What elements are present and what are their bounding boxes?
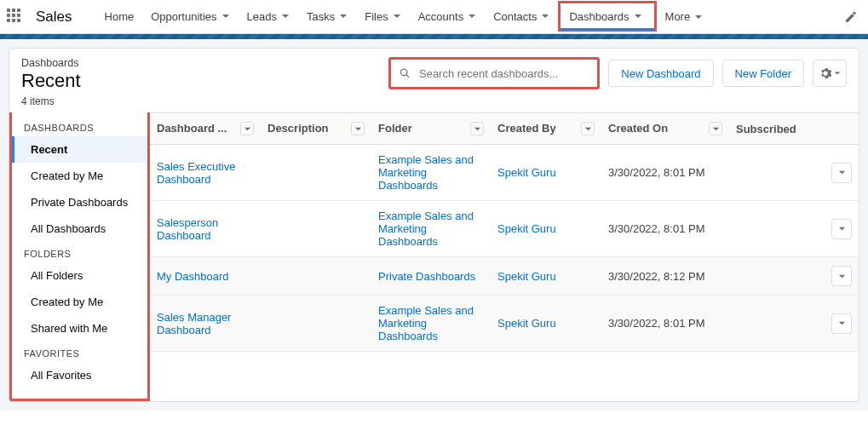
col-header-folder[interactable]: Folder — [371, 113, 491, 145]
record-count: 4 items — [21, 95, 81, 107]
sidebar-group-favorites: FAVORITES — [12, 342, 147, 362]
sidebar-item-all-folders[interactable]: All Folders — [12, 262, 147, 289]
row-actions-button[interactable] — [831, 219, 852, 239]
sidebar-group-folders: FOLDERS — [12, 242, 147, 262]
sidebar-item-private-dashboards[interactable]: Private Dashboards — [12, 189, 147, 215]
created-by-link[interactable]: Spekit Guru — [497, 222, 556, 235]
nav-label: Home — [105, 10, 135, 23]
nav-more[interactable]: More — [657, 0, 712, 34]
chevron-down-icon[interactable] — [339, 10, 348, 23]
caret-down-icon — [834, 70, 841, 77]
nav-accounts[interactable]: Accounts — [410, 0, 485, 34]
cell-description — [261, 257, 371, 296]
nav-label: Dashboards — [569, 10, 629, 23]
cell-description — [261, 201, 371, 257]
chevron-down-icon[interactable] — [281, 10, 290, 23]
dashboard-name-link[interactable]: Sales Manager Dashboard — [157, 311, 231, 336]
row-actions-button[interactable] — [831, 266, 852, 286]
created-by-link[interactable]: Spekit Guru — [497, 270, 556, 283]
app-name: Sales — [36, 9, 72, 26]
col-label: Subscribed — [736, 123, 796, 135]
col-label: Folder — [378, 122, 412, 135]
row-actions-button[interactable] — [831, 163, 852, 183]
caret-down-icon — [694, 13, 703, 21]
nav-opportunities[interactable]: Opportunities — [142, 0, 238, 34]
folder-link[interactable]: Example Sales and Marketing Dashboards — [378, 304, 474, 342]
col-header-name[interactable]: Dashboard ... — [150, 113, 261, 145]
sidebar-item-all-dashboards[interactable]: All Dashboards — [12, 215, 147, 242]
table-row: Sales Manager DashboardExample Sales and… — [150, 296, 859, 352]
cell-created-on: 3/30/2022, 8:01 PM — [601, 145, 729, 201]
sort-toggle[interactable] — [709, 122, 722, 135]
col-label: Created By — [497, 122, 556, 135]
nav-leads[interactable]: Leads — [239, 0, 298, 34]
sort-toggle[interactable] — [351, 122, 365, 135]
search-icon — [400, 67, 411, 79]
search-box[interactable] — [388, 57, 600, 89]
dashboard-name-link[interactable]: My Dashboard — [157, 270, 229, 283]
nav-files[interactable]: Files — [356, 0, 409, 34]
new-dashboard-button[interactable]: New Dashboard — [608, 60, 713, 87]
created-by-link[interactable]: Spekit Guru — [497, 166, 556, 179]
sidebar-item-all-favorites[interactable]: All Favorites — [12, 362, 147, 388]
sidebar-item-recent[interactable]: Recent — [12, 136, 147, 163]
card-header: Dashboards Recent 4 items New Dashboard … — [9, 49, 859, 112]
sidebar-item-shared-with-me[interactable]: Shared with Me — [12, 315, 147, 342]
chevron-down-icon[interactable] — [634, 10, 642, 23]
nav-label: Contacts — [493, 10, 537, 23]
chevron-down-icon[interactable] — [393, 10, 401, 23]
col-header-created-on[interactable]: Created On — [601, 113, 729, 145]
dashboards-table: Dashboard ... Description Folder — [150, 112, 859, 352]
nav-label: Leads — [247, 10, 277, 23]
cell-subscribed — [729, 145, 825, 201]
settings-button[interactable] — [813, 60, 847, 87]
row-actions-button[interactable] — [831, 313, 852, 334]
page-title: Recent — [21, 70, 81, 92]
nav-label: Opportunities — [151, 10, 216, 23]
edit-icon[interactable] — [844, 10, 858, 24]
dashboards-card: Dashboards Recent 4 items New Dashboard … — [9, 48, 859, 402]
nav-contacts[interactable]: Contacts — [485, 0, 558, 34]
dashboard-name-link[interactable]: Sales Executive Dashboard — [157, 160, 236, 186]
table-row: Sales Executive DashboardExample Sales a… — [150, 145, 859, 201]
sort-toggle[interactable] — [470, 122, 484, 135]
nav-dashboards[interactable]: Dashboards — [558, 1, 656, 32]
created-by-link[interactable]: Spekit Guru — [497, 317, 556, 330]
col-header-subscribed[interactable]: Subscribed — [729, 113, 825, 145]
new-folder-button[interactable]: New Folder — [722, 60, 804, 87]
chevron-down-icon[interactable] — [541, 10, 549, 23]
sort-toggle[interactable] — [581, 122, 595, 135]
cell-subscribed — [729, 257, 825, 296]
chevron-down-icon[interactable] — [468, 10, 476, 23]
sidebar-item-folders-created-by-me[interactable]: Created by Me — [12, 289, 147, 315]
cell-subscribed — [729, 201, 825, 257]
cell-created-on: 3/30/2022, 8:12 PM — [601, 257, 729, 296]
sort-toggle[interactable] — [240, 122, 254, 135]
breadcrumb: Dashboards — [21, 57, 81, 69]
folder-link[interactable]: Example Sales and Marketing Dashboards — [378, 153, 474, 192]
nav-label: Accounts — [418, 10, 463, 23]
dashboard-name-link[interactable]: Salesperson Dashboard — [157, 216, 218, 242]
sidebar-item-created-by-me[interactable]: Created by Me — [12, 163, 147, 189]
app-launcher-icon[interactable] — [7, 9, 24, 26]
col-header-actions — [825, 113, 859, 145]
chevron-down-icon[interactable] — [221, 10, 230, 23]
folder-link[interactable]: Private Dashboards — [378, 270, 475, 283]
cell-description — [261, 145, 371, 201]
col-label: Description — [267, 122, 329, 135]
cell-created-on: 3/30/2022, 8:01 PM — [601, 296, 729, 352]
table-row: Salesperson DashboardExample Sales and M… — [150, 201, 859, 257]
search-input[interactable] — [417, 66, 589, 81]
col-header-created-by[interactable]: Created By — [491, 113, 601, 145]
sidebar: DASHBOARDS Recent Created by Me Private … — [9, 112, 150, 401]
col-header-description[interactable]: Description — [261, 113, 371, 145]
cell-created-on: 3/30/2022, 8:01 PM — [601, 201, 729, 257]
col-label: Created On — [608, 122, 668, 135]
table-row: My DashboardPrivate DashboardsSpekit Gur… — [150, 257, 859, 296]
cell-subscribed — [729, 296, 825, 352]
sidebar-group-dashboards: DASHBOARDS — [12, 119, 147, 136]
nav-tasks[interactable]: Tasks — [298, 0, 356, 34]
nav-home[interactable]: Home — [96, 0, 143, 34]
nav-label: Tasks — [307, 10, 335, 23]
folder-link[interactable]: Example Sales and Marketing Dashboards — [378, 210, 474, 248]
